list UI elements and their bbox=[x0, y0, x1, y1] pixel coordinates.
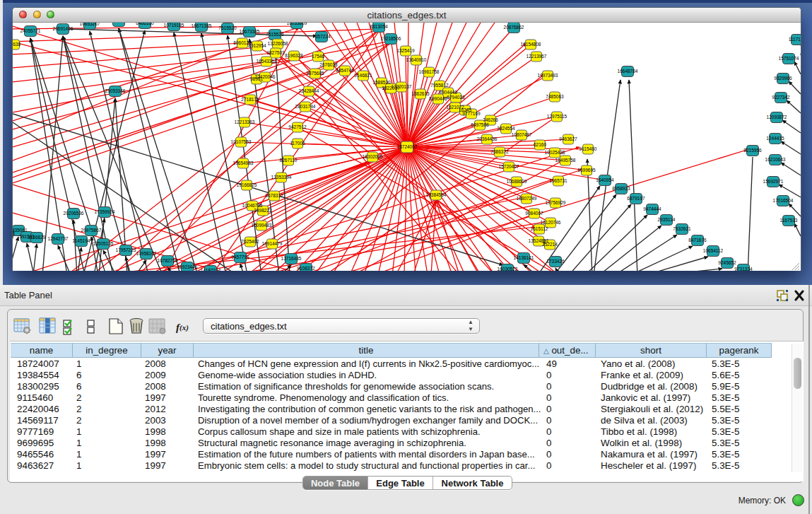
svg-text:8678312: 8678312 bbox=[265, 193, 283, 198]
svg-text:19166825: 19166825 bbox=[237, 182, 257, 187]
svg-text:16210643: 16210643 bbox=[765, 157, 786, 162]
svg-text:16961758: 16961758 bbox=[419, 69, 440, 74]
svg-text:6794028: 6794028 bbox=[447, 95, 465, 100]
svg-text:7632621: 7632621 bbox=[673, 226, 691, 231]
svg-text:1244415: 1244415 bbox=[766, 136, 784, 141]
svg-text:13220137: 13220137 bbox=[392, 84, 412, 89]
svg-text:1362615: 1362615 bbox=[411, 91, 430, 96]
svg-text:8958923: 8958923 bbox=[612, 186, 630, 191]
svg-text:7955812: 7955812 bbox=[430, 83, 449, 88]
svg-text:18495758: 18495758 bbox=[555, 158, 576, 163]
svg-text:1117195: 1117195 bbox=[789, 37, 801, 42]
svg-text:7485063: 7485063 bbox=[546, 94, 564, 99]
svg-text:6879197: 6879197 bbox=[627, 196, 645, 201]
svg-text:15692971: 15692971 bbox=[763, 179, 784, 184]
svg-text:3498222: 3498222 bbox=[254, 208, 272, 213]
svg-text:16154808: 16154808 bbox=[521, 42, 541, 47]
svg-text:3875685: 3875685 bbox=[306, 71, 324, 76]
svg-text:20691406: 20691406 bbox=[53, 26, 73, 31]
svg-text:1835061: 1835061 bbox=[13, 228, 28, 233]
svg-text:16033809: 16033809 bbox=[287, 23, 307, 25]
svg-text:1156829: 1156829 bbox=[28, 235, 46, 240]
svg-text:62160: 62160 bbox=[534, 142, 546, 147]
svg-text:16543362: 16543362 bbox=[257, 59, 277, 64]
svg-text:16673385: 16673385 bbox=[240, 29, 260, 34]
svg-text:7357224: 7357224 bbox=[312, 34, 331, 39]
svg-text:28031744: 28031744 bbox=[295, 104, 316, 109]
svg-text:1588520: 1588520 bbox=[372, 80, 391, 85]
svg-text:24055721: 24055721 bbox=[20, 28, 41, 33]
svg-text:12942737: 12942737 bbox=[48, 236, 69, 241]
svg-text:9108372: 9108372 bbox=[297, 266, 315, 271]
svg-text:17016504: 17016504 bbox=[773, 198, 794, 203]
svg-text:16914479: 16914479 bbox=[262, 241, 283, 246]
svg-text:10719185: 10719185 bbox=[164, 23, 184, 28]
svg-text:10653267: 10653267 bbox=[80, 23, 100, 26]
svg-text:12213967: 12213967 bbox=[526, 54, 547, 59]
svg-text:7625402: 7625402 bbox=[241, 239, 259, 244]
svg-text:9463627: 9463627 bbox=[559, 136, 577, 141]
svg-text:19756929: 19756929 bbox=[546, 200, 566, 205]
svg-text:14136141: 14136141 bbox=[514, 255, 534, 260]
svg-text:9904448: 9904448 bbox=[439, 90, 457, 95]
svg-text:9146821: 9146821 bbox=[354, 73, 372, 78]
svg-text:20876862: 20876862 bbox=[504, 25, 524, 30]
svg-text:9457791: 9457791 bbox=[231, 255, 249, 259]
svg-text:11923446: 11923446 bbox=[177, 264, 198, 269]
svg-text:18302095: 18302095 bbox=[363, 154, 383, 159]
svg-text:16648784: 16648784 bbox=[618, 69, 638, 74]
svg-text:16030522: 16030522 bbox=[498, 267, 518, 271]
svg-text:9427512: 9427512 bbox=[288, 124, 307, 129]
svg-text:8454749: 8454749 bbox=[336, 68, 354, 73]
svg-text:20206536: 20206536 bbox=[64, 211, 84, 216]
svg-text:9329966: 9329966 bbox=[774, 76, 792, 81]
svg-text:13226058: 13226058 bbox=[268, 41, 288, 46]
svg-text:2676038: 2676038 bbox=[319, 62, 338, 67]
svg-text:9245652: 9245652 bbox=[718, 260, 736, 265]
svg-text:8471676: 8471676 bbox=[688, 238, 707, 243]
svg-text:(x): (x) bbox=[180, 323, 189, 332]
svg-text:10025438: 10025438 bbox=[545, 150, 565, 155]
svg-text:16099483: 16099483 bbox=[252, 223, 272, 228]
svg-text:10046785: 10046785 bbox=[242, 203, 263, 208]
svg-text:9474444: 9474444 bbox=[643, 206, 661, 211]
svg-text:12975115: 12975115 bbox=[547, 114, 567, 119]
svg-text:9699695: 9699695 bbox=[577, 168, 596, 173]
svg-text:8267110: 8267110 bbox=[280, 158, 298, 163]
svg-text:9084067: 9084067 bbox=[525, 211, 543, 216]
svg-text:1615112: 1615112 bbox=[531, 226, 548, 231]
svg-text:19384554: 19384554 bbox=[426, 192, 447, 197]
svg-text:20364436: 20364436 bbox=[477, 136, 498, 141]
svg-text:12093872: 12093872 bbox=[767, 115, 787, 119]
svg-text:18724007: 18724007 bbox=[397, 144, 418, 149]
svg-text:17359924: 17359924 bbox=[95, 209, 115, 214]
svg-text:19654983: 19654983 bbox=[233, 160, 254, 165]
svg-text:20975867: 20975867 bbox=[81, 228, 102, 233]
svg-text:7386372: 7386372 bbox=[490, 149, 509, 154]
svg-text:17546: 17546 bbox=[312, 54, 324, 59]
svg-text:15751074: 15751074 bbox=[779, 56, 799, 61]
svg-text:18807249: 18807249 bbox=[517, 196, 537, 201]
svg-text:76638: 76638 bbox=[13, 42, 20, 47]
svg-text:8196328: 8196328 bbox=[285, 53, 303, 58]
svg-text:10958107: 10958107 bbox=[136, 251, 157, 256]
svg-text:29053346: 29053346 bbox=[105, 88, 126, 93]
svg-text:7515520: 7515520 bbox=[218, 25, 237, 30]
svg-text:1527602: 1527602 bbox=[110, 23, 128, 23]
svg-text:13353394: 13353394 bbox=[271, 175, 292, 180]
svg-text:22420046: 22420046 bbox=[255, 74, 276, 79]
svg-text:2718176: 2718176 bbox=[241, 97, 259, 102]
svg-text:1325419: 1325419 bbox=[396, 48, 415, 53]
svg-text:9827503: 9827503 bbox=[266, 50, 285, 55]
svg-text:3824554: 3824554 bbox=[497, 126, 515, 131]
svg-text:1167533: 1167533 bbox=[780, 218, 798, 223]
svg-text:117006: 117006 bbox=[290, 141, 305, 146]
svg-text:10107553: 10107553 bbox=[231, 139, 252, 144]
svg-text:9731334: 9731334 bbox=[734, 267, 753, 271]
svg-text:8813054: 8813054 bbox=[370, 24, 388, 29]
svg-text:16782759: 16782759 bbox=[158, 258, 178, 263]
svg-text:9227342: 9227342 bbox=[772, 95, 790, 100]
svg-text:252214: 252214 bbox=[542, 242, 558, 247]
svg-text:7515526: 7515526 bbox=[266, 32, 284, 37]
svg-text:9115460: 9115460 bbox=[579, 146, 597, 151]
